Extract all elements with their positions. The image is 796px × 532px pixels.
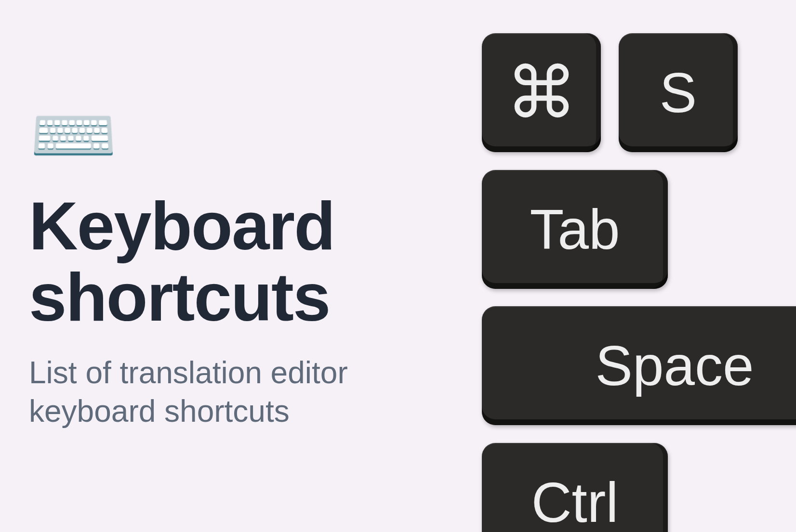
keyboard-icon: ⌨️ <box>29 100 118 171</box>
subtitle-line-1: List of translation editor <box>29 355 348 390</box>
subtitle-line-2: keyboard shortcuts <box>29 394 290 428</box>
page-subtitle: List of translation editor keyboard shor… <box>29 353 348 430</box>
keycap-tab: Tab <box>482 170 668 289</box>
keycap-space: Space <box>482 306 796 425</box>
page-title: Keyboard shortcuts <box>29 190 334 333</box>
title-line-2: shortcuts <box>29 259 330 335</box>
title-line-1: Keyboard <box>29 188 334 264</box>
keycap-ctrl: Ctrl <box>482 443 668 532</box>
keycap-s: S <box>619 33 738 152</box>
keycap-command: ⌘ <box>482 33 601 152</box>
